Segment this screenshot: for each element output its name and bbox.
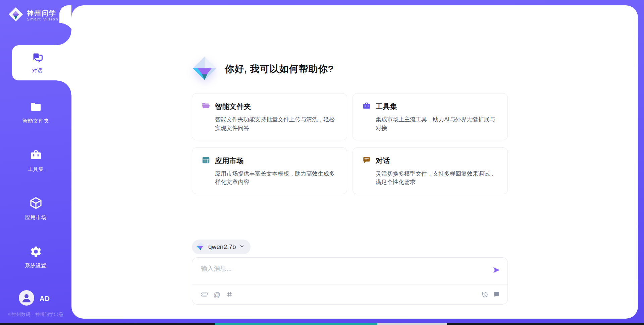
sidebar-item-chat[interactable]: 对话 <box>12 45 71 80</box>
bottom-edge-light-segment <box>377 323 447 325</box>
message-input[interactable] <box>192 258 507 284</box>
history-icon[interactable] <box>481 291 488 298</box>
sidebar-item-toolbox[interactable]: 工具集 <box>0 149 71 173</box>
folder-icon <box>30 101 42 115</box>
card-title: 智能文件夹 <box>215 102 251 111</box>
assistant-logo-diamond-icon <box>192 56 217 82</box>
model-name: qwen2:7b <box>208 243 236 251</box>
main-panel: 你好, 我可以如何帮助你? 智能文件夹 智能文件夹功能支持批量文件上传与清洗，轻… <box>71 5 638 319</box>
model-logo-diamond-icon <box>196 242 205 252</box>
model-selector[interactable]: qwen2:7b <box>192 240 251 254</box>
sidebar: 神州问学 Smart Vision 对话 智能文件夹 <box>0 0 71 325</box>
sidebar-item-label: 对话 <box>32 67 43 74</box>
sidebar-item-label: 智能文件夹 <box>22 118 49 125</box>
chat-icon <box>32 52 44 65</box>
card-title: 应用市场 <box>215 156 244 166</box>
card-description: 集成市场上主流工具，助力AI与外界无缝扩展与对接 <box>376 115 498 133</box>
sidebar-item-settings[interactable]: 系统设置 <box>0 245 71 269</box>
copyright-text: ©神州数码 · 神州问学出品 <box>0 312 71 318</box>
message-composer: @ <box>192 257 508 305</box>
card-description: 应用市场提供丰富长文本模板，助力高效生成多样化文章内容 <box>215 170 337 187</box>
composer-toolbar-right <box>481 291 500 298</box>
brand: 神州问学 Smart Vision <box>8 7 59 23</box>
greeting-text: 你好, 我可以如何帮助你? <box>225 63 334 75</box>
send-icon[interactable] <box>492 266 501 274</box>
attachment-icon[interactable] <box>201 291 208 298</box>
card-description: 灵活切换多模型文件，支持多样回复效果调试，满足个性化需求 <box>376 170 498 187</box>
card-description: 智能文件夹功能支持批量文件上传与清洗，轻松实现文件问答 <box>215 115 337 133</box>
card-title: 对话 <box>376 156 390 166</box>
feature-cards: 智能文件夹 智能文件夹功能支持批量文件上传与清洗，轻松实现文件问答 工具集 集成… <box>192 93 508 194</box>
hash-icon[interactable] <box>226 291 233 298</box>
chat-bubble-icon <box>362 156 371 166</box>
sidebar-item-app-market[interactable]: 应用市场 <box>0 196 71 221</box>
card-title: 工具集 <box>376 102 397 111</box>
toolbox-icon <box>362 102 371 112</box>
greeting: 你好, 我可以如何帮助你? <box>192 56 334 82</box>
composer-toolbar: @ <box>201 284 500 305</box>
grid-icon <box>202 156 210 166</box>
feedback-chat-icon[interactable] <box>493 291 500 298</box>
card-toolbox[interactable]: 工具集 集成市场上主流工具，助力AI与外界无缝扩展与对接 <box>353 93 508 140</box>
user-initials: AD <box>40 295 50 303</box>
cube-icon <box>29 196 43 211</box>
mention-icon[interactable]: @ <box>213 291 220 298</box>
card-app-market[interactable]: 应用市场 应用市场提供丰富长文本模板，助力高效生成多样化文章内容 <box>192 147 347 195</box>
gear-icon <box>30 245 42 259</box>
card-chat[interactable]: 对话 灵活切换多模型文件，支持多样回复效果调试，满足个性化需求 <box>353 147 508 195</box>
sidebar-item-smart-folder[interactable]: 智能文件夹 <box>0 101 71 125</box>
brand-logo-diamond-icon <box>8 7 23 23</box>
sidebar-item-label: 应用市场 <box>25 214 47 221</box>
folder-open-icon <box>202 102 210 112</box>
avatar <box>19 290 34 307</box>
sidebar-item-label: 工具集 <box>28 166 44 173</box>
card-smart-folder[interactable]: 智能文件夹 智能文件夹功能支持批量文件上传与清洗，轻松实现文件问答 <box>192 93 347 140</box>
chevron-down-icon <box>239 244 245 250</box>
brand-subtitle: Smart Vision <box>27 17 59 21</box>
brand-name: 神州问学 <box>27 9 59 17</box>
sidebar-item-label: 系统设置 <box>25 262 47 269</box>
user-profile[interactable]: AD <box>19 290 50 307</box>
toolbox-icon <box>30 149 42 163</box>
bottom-edge-teal-segment <box>215 323 377 325</box>
